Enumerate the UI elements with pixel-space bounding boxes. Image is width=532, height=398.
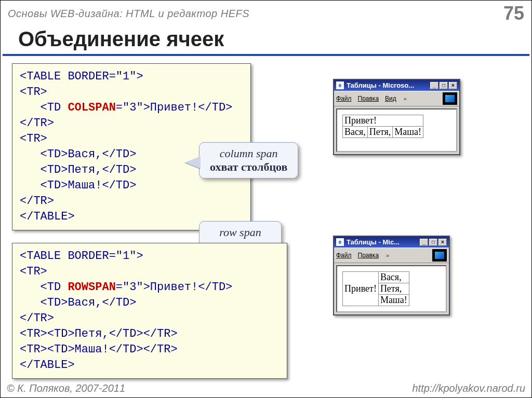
callout-colspan-ru: охват столбцов: [210, 160, 287, 174]
slide-footer: © К. Поляков, 2007-2011 http://kpolyakov…: [1, 379, 531, 397]
cell: Маша!: [393, 127, 423, 138]
colspan-keyword: COLSPAN: [68, 101, 115, 114]
maximize-button[interactable]: □: [429, 239, 437, 246]
rowspan-table: Привет! Вася, Петя, Маша!: [342, 271, 409, 306]
page-body: Привет! Вася, Петя, Маша!: [336, 108, 457, 152]
maximize-button[interactable]: □: [440, 82, 448, 89]
slide-header: Основы WEB-дизайна: HTML и редактор HEFS…: [1, 1, 531, 25]
callout-pointer: [185, 156, 201, 169]
browser-logo-icon: [432, 249, 447, 262]
titlebar: e Таблицы - Microso... _ □ ×: [334, 80, 459, 91]
minimize-button[interactable]: _: [430, 82, 438, 89]
menu-view[interactable]: Вид: [385, 95, 396, 102]
cell: Петя,: [367, 127, 392, 138]
menubar: Файл Правка »: [334, 248, 449, 263]
content-area: <TABLE BORDER="1"> <TR> <TD COLSPAN="3">…: [1, 56, 531, 382]
cell: Вася,: [378, 272, 409, 283]
ie-icon: e: [336, 238, 344, 246]
browser-logo-icon: [443, 92, 457, 105]
rowspan-code: <TABLE BORDER="1"> <TR> <TD ROWSPAN="3">…: [12, 243, 287, 379]
titlebar: e Таблицы - Mic... _ □ ×: [334, 237, 449, 248]
course-title: Основы WEB-дизайна: HTML и редактор HEFS: [8, 8, 249, 20]
cell: Петя,: [378, 283, 409, 295]
footer-url: http://kpolyakov.narod.ru: [412, 382, 525, 394]
slide-title: Объединение ячеек: [1, 25, 531, 54]
close-button[interactable]: ×: [438, 239, 447, 246]
author: © К. Поляков, 2007-2011: [7, 382, 125, 394]
window-title: Таблицы - Microso...: [347, 81, 414, 89]
ie-icon: e: [336, 81, 344, 89]
cell: Привет!: [343, 115, 423, 127]
chevron-right-icon[interactable]: »: [404, 95, 407, 102]
window-title: Таблицы - Mic...: [347, 238, 400, 246]
page-body: Привет! Вася, Петя, Маша!: [336, 265, 447, 312]
menu-file[interactable]: Файл: [336, 252, 352, 259]
callout-colspan: column span охват столбцов: [199, 142, 298, 179]
colspan-table: Привет! Вася, Петя, Маша!: [342, 115, 423, 138]
cell: Вася,: [343, 127, 368, 138]
slide: Основы WEB-дизайна: HTML и редактор HEFS…: [0, 0, 532, 398]
menu-edit[interactable]: Правка: [358, 252, 379, 259]
minimize-button[interactable]: _: [420, 239, 428, 246]
callout-rowspan-en: row span: [210, 226, 271, 239]
browser-rowspan: e Таблицы - Mic... _ □ × Файл Правка » П…: [333, 236, 450, 315]
browser-colspan: e Таблицы - Microso... _ □ × Файл Правка…: [333, 79, 460, 155]
menu-edit[interactable]: Правка: [358, 95, 379, 102]
menubar: Файл Правка Вид »: [334, 91, 459, 106]
page-number: 75: [503, 3, 524, 24]
close-button[interactable]: ×: [449, 82, 457, 89]
menu-file[interactable]: Файл: [336, 95, 352, 102]
chevron-right-icon[interactable]: »: [386, 252, 389, 258]
rowspan-keyword: ROWSPAN: [68, 281, 115, 294]
cell: Привет!: [343, 272, 379, 306]
cell: Маша!: [378, 295, 409, 306]
callout-colspan-en: column span: [210, 147, 287, 160]
